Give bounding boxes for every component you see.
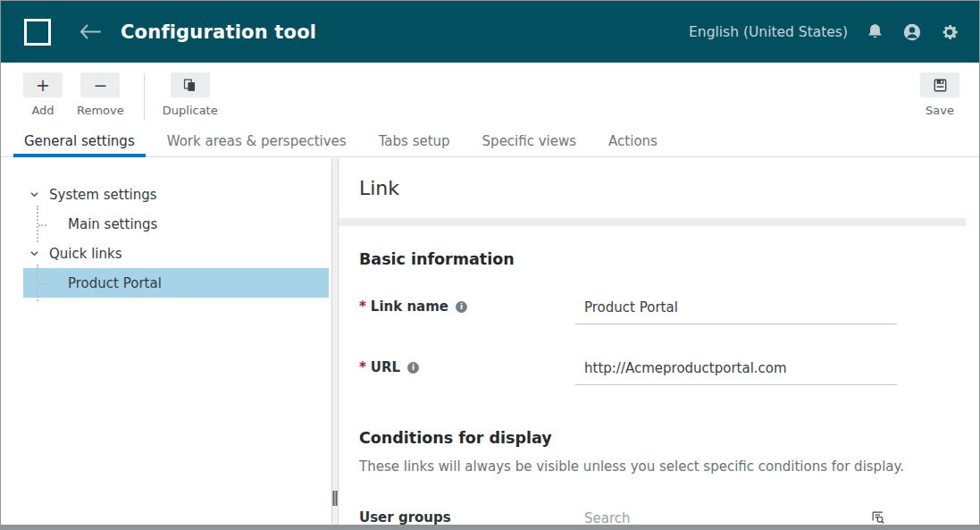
app-header: Configuration tool English (United State…: [1, 1, 979, 63]
info-icon[interactable]: i: [456, 301, 467, 313]
conditions-description: These links will always be visible unles…: [359, 458, 979, 475]
user-button[interactable]: [902, 22, 922, 42]
tree-item-label: Quick links: [49, 246, 122, 262]
tab-tabs-setup[interactable]: Tabs setup: [368, 126, 461, 156]
link-name-label: * Link name i: [359, 299, 575, 315]
plus-icon: +: [23, 72, 63, 97]
info-icon[interactable]: i: [407, 362, 419, 374]
settings-button[interactable]: [940, 22, 959, 42]
remove-button-label: Remove: [77, 104, 124, 117]
section-divider-band: [339, 218, 966, 226]
user-icon: [902, 22, 922, 42]
tab-work-areas-perspectives[interactable]: Work areas & perspectives: [156, 126, 357, 156]
toolbar-divider: [144, 73, 145, 120]
user-groups-label: User groups: [359, 509, 575, 525]
duplicate-icon: [171, 72, 210, 97]
url-label: * URL i: [359, 359, 575, 375]
chevron-down-icon[interactable]: [29, 189, 39, 199]
duplicate-button[interactable]: Duplicate: [163, 72, 218, 117]
tab-specific-views[interactable]: Specific views: [472, 126, 588, 156]
notifications-button[interactable]: [866, 22, 884, 41]
gear-icon: [940, 22, 959, 42]
basic-information-heading: Basic information: [359, 250, 979, 268]
add-button[interactable]: + Add: [23, 72, 63, 117]
chevron-down-icon[interactable]: [29, 248, 39, 258]
tree-item-label: System settings: [49, 187, 157, 203]
back-arrow-icon: [80, 24, 101, 39]
url-field-row: * URL i: [359, 359, 979, 385]
horizontal-scrollbar[interactable]: [1, 525, 979, 529]
add-button-label: Add: [31, 104, 54, 117]
remove-button[interactable]: − Remove: [77, 72, 124, 117]
panel-splitter[interactable]: [331, 158, 339, 525]
required-marker: *: [359, 299, 366, 315]
save-button-label: Save: [926, 104, 954, 117]
toolbar-left-group: + Add − Remove Duplicate: [23, 72, 218, 120]
detail-header: Link: [339, 158, 979, 218]
language-selector[interactable]: English (United States): [689, 24, 848, 40]
tab-general-settings[interactable]: General settings: [13, 126, 146, 156]
page-title: Configuration tool: [121, 21, 316, 43]
tree-item-label: Main settings: [68, 216, 157, 232]
link-name-field-row: * Link name i: [359, 299, 979, 324]
tree-item-quick-links[interactable]: Quick links: [23, 239, 329, 268]
user-groups-search-input[interactable]: [575, 510, 897, 525]
app-logo: [24, 19, 51, 46]
detail-panel: Link Basic information * Link name i * U…: [339, 158, 979, 525]
tab-actions[interactable]: Actions: [598, 126, 668, 156]
detail-title: Link: [359, 177, 399, 199]
save-button[interactable]: Save: [920, 72, 959, 117]
toolbar: + Add − Remove Duplicate: [1, 63, 979, 126]
save-icon: [920, 72, 959, 97]
tree-item-system-settings[interactable]: System settings: [23, 180, 329, 209]
header-actions: English (United States): [689, 22, 959, 42]
configuration-tool-window: Configuration tool English (United State…: [0, 0, 980, 530]
required-marker: *: [359, 359, 366, 375]
tab-bar: General settings Work areas & perspectiv…: [1, 126, 979, 157]
user-groups-field-row: User groups: [359, 509, 979, 525]
url-input[interactable]: [575, 360, 897, 385]
duplicate-button-label: Duplicate: [163, 104, 218, 117]
tree-item-label: Product Portal: [68, 275, 162, 291]
bell-icon: [866, 22, 884, 41]
navigation-tree: System settings Main settings Quick link…: [1, 158, 331, 525]
search-list-icon[interactable]: [870, 509, 886, 525]
conditions-for-display-heading: Conditions for display: [359, 429, 979, 447]
back-button[interactable]: [80, 24, 101, 39]
splitter-grip-icon: [333, 491, 338, 506]
minus-icon: −: [80, 72, 120, 97]
link-name-input[interactable]: [575, 299, 897, 324]
tree-item-product-portal[interactable]: Product Portal: [23, 268, 329, 298]
tree-item-main-settings[interactable]: Main settings: [23, 209, 329, 239]
